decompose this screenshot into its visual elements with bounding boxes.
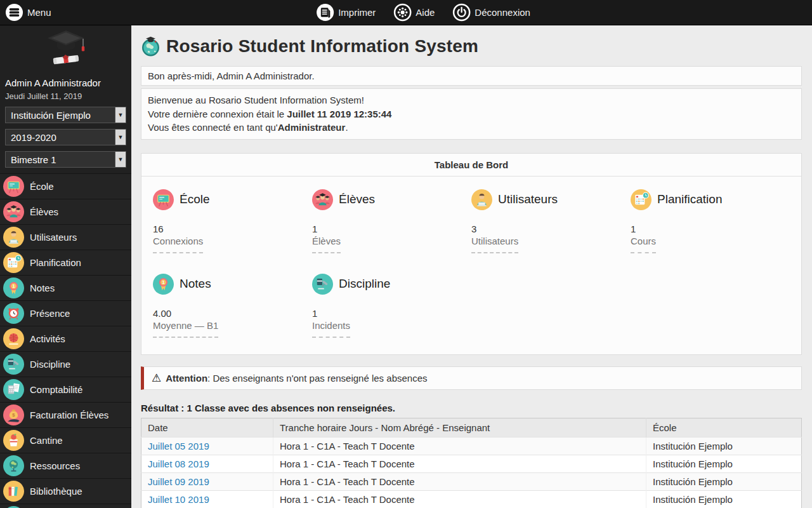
sidebar-item-presence[interactable]: Présence bbox=[0, 300, 131, 326]
course-cell: Hora 1 - C1A - Teach T Docente bbox=[273, 455, 646, 472]
sidebar-item-planification[interactable]: Planification bbox=[0, 250, 131, 275]
students-icon bbox=[312, 189, 333, 210]
page-title: Rosario Student Information System bbox=[141, 36, 802, 57]
dashboard-card-planification: Planification 1 Cours bbox=[631, 189, 790, 253]
users-icon bbox=[3, 227, 24, 248]
result-summary: Résultat : 1 Classe avec des absences no… bbox=[141, 403, 802, 413]
sidebar-item-utilisateurs[interactable]: Utilisateurs bbox=[0, 224, 131, 250]
main-content: Rosario Student Information System Bon a… bbox=[131, 25, 812, 508]
dashboard-card-eleves: Élèves 1 Élèves bbox=[312, 189, 471, 253]
card-value: 1 bbox=[312, 308, 471, 319]
course-cell: Hora 1 - C1A - Teach T Docente bbox=[273, 490, 646, 508]
absences-table: Date Tranche horaire Jours - Nom Abrégé … bbox=[141, 418, 802, 508]
table-row: Juillet 10 2019 Hora 1 - C1A - Teach T D… bbox=[141, 490, 802, 508]
date-link[interactable]: Juillet 08 2019 bbox=[141, 455, 273, 472]
billing-icon bbox=[3, 404, 24, 425]
school-icon bbox=[3, 176, 24, 197]
school-icon bbox=[153, 189, 174, 210]
app-title: Rosario Student Information System bbox=[166, 36, 478, 57]
accounting-icon bbox=[3, 379, 24, 400]
column-header-school: École bbox=[646, 418, 802, 437]
school-year-select-value: 2019-2020 bbox=[6, 132, 56, 143]
graduation-cap-icon bbox=[45, 29, 87, 69]
top-bar: Menu Imprimer bbox=[0, 0, 812, 25]
cafeteria-icon bbox=[3, 430, 24, 451]
help-button[interactable]: Aide bbox=[393, 3, 435, 22]
card-label: Utilisateurs bbox=[471, 236, 518, 253]
date-link[interactable]: Juillet 09 2019 bbox=[141, 472, 273, 490]
sidebar-item-bibliotheque[interactable]: Bibliothèque bbox=[0, 478, 131, 504]
users-icon bbox=[471, 189, 492, 210]
scheduling-icon bbox=[631, 189, 652, 210]
user-name: Admin A Administrador bbox=[5, 77, 126, 88]
school-select-value: Institución Ejemplo bbox=[6, 110, 91, 121]
logout-label: Déconnexion bbox=[475, 7, 530, 18]
card-label: Moyenne — B1 bbox=[153, 320, 218, 338]
sidebar-item-activites[interactable]: Activités bbox=[0, 326, 131, 351]
warning-banner: ⚠ Attention: Des enseignants n'ont pas r… bbox=[141, 366, 802, 390]
sidebar-item-ecole[interactable]: École bbox=[0, 173, 131, 199]
sidebar-item-discipline[interactable]: Discipline bbox=[0, 351, 131, 377]
resources-icon bbox=[3, 455, 24, 476]
card-value: 3 bbox=[471, 224, 631, 234]
card-value: 16 bbox=[153, 224, 312, 234]
activities-icon bbox=[3, 328, 24, 349]
dashboard-card-utilisateurs: Utilisateurs 3 Utilisateurs bbox=[471, 189, 631, 253]
globe-cap-icon bbox=[141, 36, 160, 57]
column-header-course: Tranche horaire Jours - Nom Abrégé - Ens… bbox=[273, 418, 646, 437]
last-login-datetime: Juillet 11 2019 12:35:44 bbox=[287, 109, 391, 119]
sidebar-item-ressources[interactable]: Ressources bbox=[0, 453, 131, 478]
grades-icon bbox=[3, 277, 24, 298]
sidebar-item-messagerie[interactable]: Messagerie bbox=[0, 504, 131, 508]
dashboard-title: Tableau de Bord bbox=[141, 154, 801, 177]
hamburger-icon bbox=[5, 3, 23, 22]
warning-text: Attention: Des enseignants n'ont pas ren… bbox=[166, 373, 427, 384]
help-label: Aide bbox=[416, 7, 435, 18]
chevron-down-icon: ▼ bbox=[115, 107, 126, 123]
table-row: Juillet 05 2019 Hora 1 - C1A - Teach T D… bbox=[141, 437, 802, 455]
grades-icon bbox=[153, 274, 174, 295]
dashboard-panel: Tableau de Bord École 16 Connexions Élèv… bbox=[141, 153, 802, 355]
sidebar-item-comptabilite[interactable]: Comptabilité bbox=[0, 377, 131, 402]
card-value: 1 bbox=[631, 224, 790, 234]
card-label: Cours bbox=[631, 236, 656, 253]
school-cell: Institución Ejemplo bbox=[646, 472, 802, 490]
school-select[interactable]: Institución Ejemplo ▼ bbox=[5, 107, 126, 123]
sidebar-item-eleves[interactable]: Élèves bbox=[0, 199, 131, 224]
school-cell: Institución Ejemplo bbox=[646, 490, 802, 508]
table-row: Juillet 09 2019 Hora 1 - C1A - Teach T D… bbox=[141, 472, 802, 490]
period-select[interactable]: Bimestre 1 ▼ bbox=[5, 151, 126, 168]
sidebar-menu: École Élèves Utilisateurs Planification … bbox=[0, 173, 131, 508]
print-button[interactable]: Imprimer bbox=[316, 3, 376, 22]
card-label: Élèves bbox=[312, 236, 341, 253]
help-icon bbox=[393, 3, 412, 22]
logout-button[interactable]: Déconnexion bbox=[452, 3, 530, 22]
app-logo bbox=[0, 25, 131, 75]
school-year-select[interactable]: 2019-2020 ▼ bbox=[5, 129, 126, 145]
students-icon bbox=[3, 201, 24, 222]
sidebar-item-cantine[interactable]: Cantine bbox=[0, 427, 131, 453]
card-value: 1 bbox=[312, 224, 471, 234]
current-date: Jeudi Juillet 11, 2019 bbox=[5, 91, 126, 101]
sidebar: Admin A Administrador Jeudi Juillet 11, … bbox=[0, 25, 131, 508]
period-select-value: Bimestre 1 bbox=[6, 154, 56, 165]
dashboard-card-ecole: École 16 Connexions bbox=[153, 189, 312, 253]
dashboard-card-discipline: Discipline 1 Incidents bbox=[312, 274, 471, 338]
column-header-date: Date bbox=[141, 418, 273, 437]
scheduling-icon bbox=[3, 252, 24, 273]
date-link[interactable]: Juillet 10 2019 bbox=[141, 490, 273, 508]
school-cell: Institución Ejemplo bbox=[646, 455, 802, 472]
sidebar-item-notes[interactable]: Notes bbox=[0, 275, 131, 300]
chevron-down-icon: ▼ bbox=[115, 152, 126, 167]
date-link[interactable]: Juillet 05 2019 bbox=[141, 437, 273, 455]
menu-button[interactable]: Menu bbox=[5, 3, 51, 22]
welcome-line3: Vous êtes connecté en tant qu'Administra… bbox=[148, 121, 795, 135]
discipline-icon bbox=[312, 274, 333, 295]
sidebar-item-facturation[interactable]: Facturation Élèves bbox=[0, 402, 131, 427]
discipline-icon bbox=[3, 354, 24, 375]
card-label: Connexions bbox=[153, 236, 203, 253]
welcome-line2: Votre dernière connexion était le Juille… bbox=[148, 107, 795, 121]
print-label: Imprimer bbox=[338, 7, 376, 18]
greeting-box: Bon après-midi, Admin A Administrador. bbox=[141, 66, 802, 86]
dashboard-card-notes: Notes 4.00 Moyenne — B1 bbox=[153, 274, 312, 338]
